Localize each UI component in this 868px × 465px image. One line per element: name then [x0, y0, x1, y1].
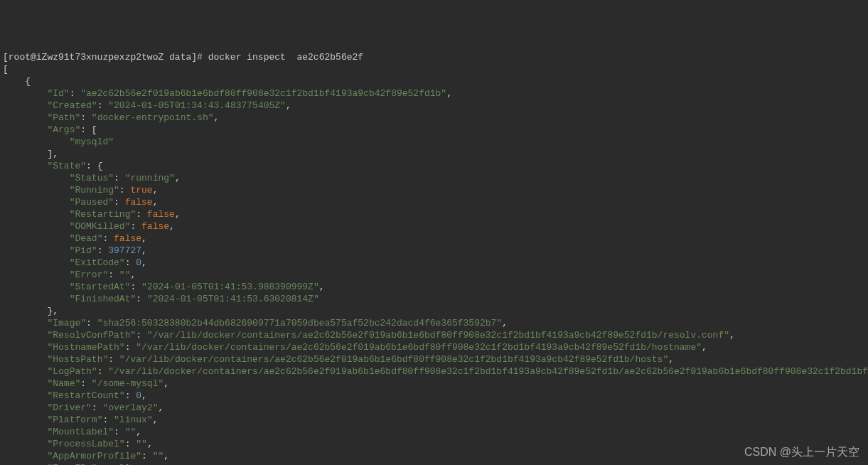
json-state-pid: 397727 [108, 245, 141, 256]
json-state-dead: false [114, 233, 141, 244]
json-state-exitcode: 0 [136, 257, 141, 268]
terminal-output[interactable]: [root@iZwz91t73xnuzpexzp2twoZ data]# doc… [3, 51, 865, 465]
json-name: /some-mysql [97, 378, 159, 389]
json-path: docker-entrypoint.sh [97, 112, 208, 123]
json-hostnamepath: /var/lib/docker/containers/ae2c62b56e2f0… [141, 342, 696, 353]
json-created: 2024-01-05T01:34:43.483775405Z [114, 100, 280, 111]
json-driver: overlay2 [108, 402, 152, 413]
json-id: ae2c62b56e2f019ab6b1e6bdf80ff908e32c1f2b… [86, 88, 441, 99]
json-restartcount: 0 [136, 390, 141, 401]
json-state-startedat: 2024-01-05T01:41:53.988390999Z [147, 282, 314, 292]
json-state-oomkilled: false [141, 221, 169, 232]
json-platform: linux [119, 415, 147, 425]
json-state-finishedat: 2024-01-05T01:41:53.63020814Z [153, 294, 314, 304]
json-state-running: true [130, 185, 152, 196]
json-hostspath: /var/lib/docker/containers/ae2c62b56e2f0… [125, 354, 663, 365]
watermark-text: CSDN @头上一片天空 [744, 446, 859, 458]
json-state-restarting: false [147, 209, 175, 220]
json-state-status: running [130, 173, 169, 183]
json-resolvconfpath: /var/lib/docker/containers/ae2c62b56e2f0… [153, 330, 724, 341]
json-state-paused: false [125, 197, 153, 208]
json-logpath: /var/lib/docker/containers/ae2c62b56e2f0… [114, 366, 868, 377]
json-args-0: mysqld [75, 137, 108, 147]
shell-prompt: [root@iZwz91t73xnuzpexzp2twoZ data]# doc… [3, 52, 363, 63]
json-image: sha256:50328380b2b44db6826909771a7059dbe… [102, 318, 496, 328]
